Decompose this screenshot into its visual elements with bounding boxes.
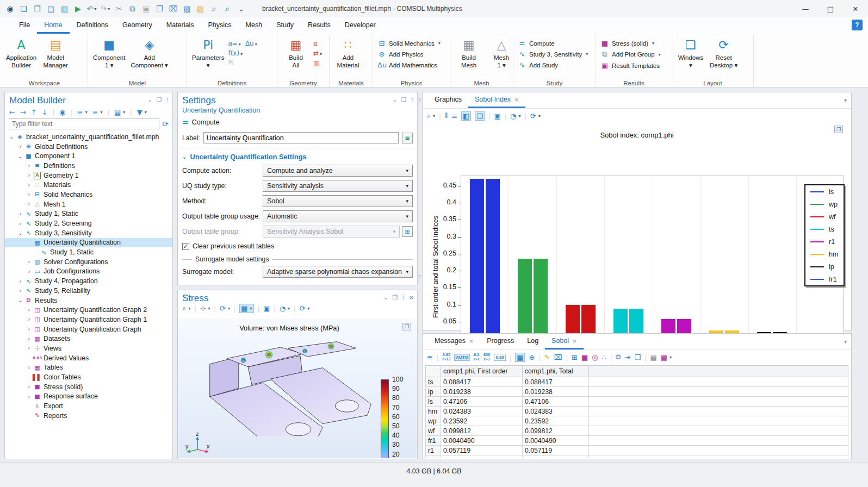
application-builder-button[interactable]: AApplicationBuilder: [3, 35, 39, 79]
collapse-arrow-icon[interactable]: ⌄: [17, 297, 24, 303]
save-as-icon[interactable]: ▥: [58, 2, 71, 16]
float-panel-icon[interactable]: ❐: [157, 96, 162, 103]
expand-arrow-icon[interactable]: ›: [26, 336, 33, 342]
compute-button[interactable]: =Compute: [518, 39, 588, 47]
tree-item[interactable]: ›⊹Views: [5, 344, 172, 353]
add-study-button[interactable]: ∿Add Study: [518, 61, 588, 69]
tree-item[interactable]: ›▭Job Configurations: [5, 267, 172, 277]
parameters-button[interactable]: PiParameters▾: [189, 35, 227, 79]
close-icon[interactable]: ×: [409, 294, 414, 301]
expand-arrow-icon[interactable]: ›: [26, 163, 33, 168]
close-icon[interactable]: ×: [514, 96, 519, 103]
copy-selection-icon[interactable]: ❒: [634, 353, 641, 361]
tree-item[interactable]: ›⊟Solid Mechanics: [5, 190, 172, 199]
table-row[interactable]: ts0.0884170.088417: [426, 377, 848, 387]
precision-engineering-icon[interactable]: 8.5e-1: [474, 353, 480, 362]
precision-compact-icon[interactable]: 850e-3: [483, 353, 491, 362]
uq-plot-icon[interactable]: ◎: [592, 353, 598, 361]
output-table-group-usage-select[interactable]: Automatic▾: [263, 210, 413, 222]
duplicate-icon[interactable]: ❒: [153, 2, 166, 16]
go-to-view-icon[interactable]: ⊹▾: [200, 304, 210, 313]
table-rows-icon[interactable]: ▤: [650, 353, 657, 361]
study-3-sensitivity-button[interactable]: ∿Study 3, Sensitivity▾: [518, 50, 588, 58]
zoom-icon[interactable]: ⌕▾: [182, 304, 190, 313]
expand-arrow-icon[interactable]: ›: [26, 201, 33, 207]
build-all-button[interactable]: ▦BuildAll: [280, 35, 312, 79]
update-plot-icon[interactable]: ⟳▾: [299, 304, 309, 313]
pin-icon[interactable]: ⍑: [410, 96, 414, 103]
full-precision-icon[interactable]: ▦: [515, 353, 525, 362]
label-input[interactable]: [203, 132, 399, 143]
y-grid-icon[interactable]: ≡: [451, 112, 457, 120]
table-row[interactable]: hm0.0243830.024383: [426, 407, 848, 416]
copy-icon[interactable]: ⧉: [126, 2, 139, 16]
tree-item[interactable]: ›◫Uncertainty Quantification Graph 1: [5, 315, 172, 324]
paste-icon[interactable]: ▣: [139, 2, 153, 16]
livelink-button[interactable]: ⇄▾: [313, 49, 322, 57]
filter-input[interactable]: [9, 118, 159, 129]
tree-item[interactable]: ›∿Study 4, Propagation: [5, 276, 172, 286]
messages-tab-progress[interactable]: Progress: [480, 334, 520, 349]
redo-icon[interactable]: ↷▾: [98, 2, 112, 16]
partition-button[interactable]: ▥: [313, 59, 319, 67]
help-button[interactable]: ?: [852, 20, 863, 30]
tree-item[interactable]: ⌄◈bracket_uncertainty_quantification_fil…: [5, 132, 172, 142]
back-icon[interactable]: ←: [9, 108, 15, 116]
collapse-arrow-icon[interactable]: ⌄: [8, 134, 15, 140]
table-row[interactable]: r10.0571190.057119: [426, 446, 848, 455]
chevron-down-icon[interactable]: ▾: [844, 97, 847, 103]
menu-tab-definitions[interactable]: Definitions: [70, 17, 115, 34]
tree-item[interactable]: ⌄⧉Results: [5, 296, 172, 305]
numbered-list-icon[interactable]: ≡: [427, 353, 433, 361]
checkbox-checked-icon[interactable]: ✓: [182, 243, 189, 250]
compute-action-select[interactable]: Compute and analyze▾: [263, 165, 413, 177]
menu-tab-developer[interactable]: Developer: [338, 17, 383, 34]
collapse-arrow-icon[interactable]: ⌄: [17, 153, 24, 159]
add-mathematics-button[interactable]: ΔuAdd Mathematics: [377, 61, 441, 69]
pin-icon[interactable]: ⍑: [418, 274, 422, 280]
maximize-button[interactable]: □: [818, 0, 843, 17]
parameter-case-button[interactable]: Pi: [228, 59, 233, 67]
delete-icon[interactable]: ⌧: [554, 353, 562, 361]
close-button[interactable]: ✕: [843, 0, 868, 17]
expand-arrow-icon[interactable]: ›: [26, 259, 33, 265]
filter-icon[interactable]: ▼▾: [137, 108, 147, 116]
compute-action-button[interactable]: = Compute: [178, 114, 417, 130]
tree-item[interactable]: ›∿Study 5, Reliability: [5, 286, 172, 296]
zoom-icon[interactable]: ⌕▾: [427, 111, 435, 120]
clear-selection-icon[interactable]: ▨: [194, 2, 207, 16]
nonlocal-couplings-button[interactable]: Δu▾: [245, 40, 257, 47]
clear-table-icon[interactable]: ✎: [544, 353, 550, 361]
menu-tab-geometry[interactable]: Geometry: [115, 17, 159, 34]
insert-sequence-button[interactable]: ⧈: [313, 40, 318, 47]
functions-button[interactable]: f(x)▾: [228, 49, 243, 57]
table-row[interactable]: ls0.471060.47106: [426, 397, 848, 407]
tree-item[interactable]: ›∷Materials: [5, 180, 172, 190]
menu-tab-home[interactable]: Home: [37, 17, 69, 34]
table-columns-icon[interactable]: ▦▾: [661, 353, 672, 361]
precision-auto-icon[interactable]: AUTO: [454, 354, 470, 361]
minimize-button[interactable]: —: [793, 0, 818, 17]
model-tree-nodes-icon[interactable]: ▤▾: [114, 108, 125, 116]
solid-mechanics-button[interactable]: ⊟Solid Mechanics▾: [377, 39, 441, 47]
expand-arrow-icon[interactable]: ›: [26, 191, 33, 197]
copy-image-icon[interactable]: ❒: [834, 126, 843, 133]
new-table-icon[interactable]: ⊞: [402, 226, 413, 237]
menu-tab-physics[interactable]: Physics: [201, 17, 238, 34]
tree-item[interactable]: ✎Reports: [5, 411, 172, 421]
rename-icon[interactable]: ≣: [402, 133, 413, 143]
save-icon[interactable]: ▤: [44, 2, 58, 16]
windows-button[interactable]: ❏Windows▾: [674, 35, 707, 79]
tree-item[interactable]: ›■Stress (solid): [5, 382, 172, 392]
collapse-arrow-icon[interactable]: ⌄: [17, 230, 24, 236]
add-physics-button[interactable]: ⊛Add Physics: [377, 50, 441, 58]
uq-settings-section-header[interactable]: ⌄ Uncertainty Quantification Settings: [178, 148, 417, 163]
chevron-down-icon[interactable]: ⌄: [147, 96, 152, 103]
expand-arrow-icon[interactable]: ›: [26, 269, 33, 274]
run-icon[interactable]: ▶: [71, 2, 85, 16]
tree-item[interactable]: ⇩Export: [5, 401, 172, 411]
find-icon[interactable]: ⌕: [207, 2, 221, 16]
stress-plot-canvas[interactable]: Volume: von Mises stress (MPa) ❒: [178, 319, 417, 458]
plot-settings-icon[interactable]: ◧: [461, 111, 471, 121]
locale-icon[interactable]: ⊕: [529, 353, 535, 361]
